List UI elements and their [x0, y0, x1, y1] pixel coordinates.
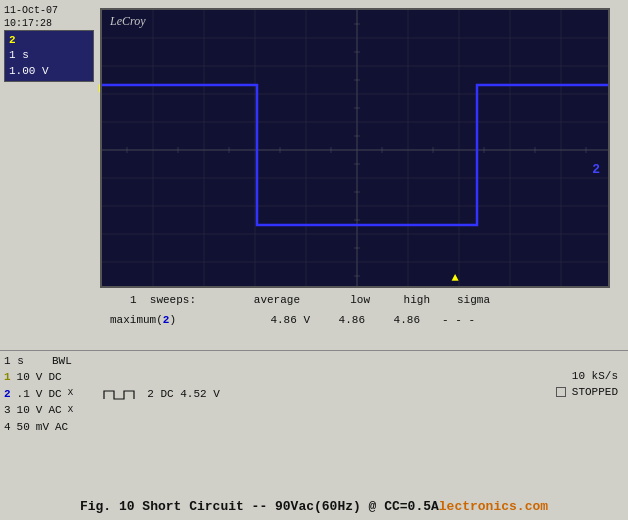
stats-high-value: 4.86 — [365, 312, 420, 330]
right-panel: 10 kS/s STOPPED — [556, 370, 618, 398]
time-per-div: 1 s — [9, 48, 89, 63]
time-label: 10:17:28 — [4, 17, 58, 30]
divider-line — [0, 350, 628, 351]
stats-function-label: maximum(2) — [110, 312, 220, 330]
ch2-sub: X — [68, 387, 73, 401]
date-label: 11-Oct-07 — [4, 4, 58, 17]
main-container: 11-Oct-07 10:17:28 2 1 s 1.00 V ▶ LeCroy — [0, 0, 628, 520]
ch3-volt: 10 — [17, 402, 30, 419]
stats-low-label: low — [300, 292, 370, 310]
sample-rate-display: 10 kS/s — [556, 370, 618, 382]
ch1-unit: V — [36, 369, 43, 386]
pulse-icon — [102, 387, 137, 401]
stats-average-value: 4.86 V — [220, 312, 310, 330]
date-time-display: 11-Oct-07 10:17:28 — [4, 4, 58, 30]
channel-info-box: 2 1 s 1.00 V — [4, 30, 94, 82]
sweep-count-label: 1 sweeps: — [130, 292, 220, 310]
time-label-bottom: 1 s — [4, 355, 44, 367]
ch4-number: 4 — [4, 419, 11, 436]
ch4-coupling: AC — [55, 419, 68, 436]
stats-area: 1 sweeps: average low high sigma maximum… — [100, 292, 610, 329]
ch2-screen-label: 2 — [592, 162, 600, 177]
stopped-indicator-box — [556, 387, 566, 397]
stats-sigma-label: sigma — [430, 292, 490, 310]
ch3-number: 3 — [4, 402, 11, 419]
ch3-sub: X — [68, 404, 73, 418]
waveform-display — [102, 10, 608, 286]
ch4-unit: mV — [36, 419, 49, 436]
bwl-header-row: 1 s BWL — [4, 355, 624, 367]
stats-sigma-value: - - - — [420, 312, 475, 330]
ch3-row: 3 10 V AC X — [4, 402, 624, 419]
brand-suffix: lectronics.com — [439, 499, 548, 514]
ch2-volt: .1 — [17, 386, 30, 403]
bottom-channel-info: 1 s BWL 1 10 V DC 2 .1 V DC X 2 DC 4.52 … — [4, 355, 624, 435]
ch4-row: 4 50 mV AC — [4, 419, 624, 436]
ch1-row: 1 10 V DC — [4, 369, 624, 386]
sweep-count-value: 1 — [130, 294, 137, 306]
figure-caption: Fig. 10 Short Circuit -- 90Vac(60Hz) @ C… — [0, 499, 628, 514]
stopped-row: STOPPED — [556, 386, 618, 398]
oscilloscope-screen: LeCroy — [100, 8, 610, 288]
stats-low-value: 4.86 — [310, 312, 365, 330]
ch2-unit: V — [36, 386, 43, 403]
volts-per-div: 1.00 V — [9, 64, 89, 79]
ch2-number: 2 — [4, 386, 11, 403]
ch4-volt: 50 — [17, 419, 30, 436]
ch3-coupling: AC — [48, 402, 61, 419]
ch2-coupling: DC — [48, 386, 61, 403]
bwl-label: BWL — [52, 355, 72, 367]
ch1-volt: 10 — [17, 369, 30, 386]
ch1-coupling: DC — [48, 369, 61, 386]
stopped-label: STOPPED — [572, 386, 618, 398]
fig-caption-text: Fig. 10 Short Circuit -- 90Vac(60Hz) @ C… — [80, 499, 439, 514]
ch3-unit: V — [36, 402, 43, 419]
stats-average-label: average — [220, 292, 300, 310]
stats-high-label: high — [370, 292, 430, 310]
trigger-marker: ▲ — [451, 271, 458, 285]
ch1-number: 1 — [4, 369, 11, 386]
channel-number: 2 — [9, 33, 89, 48]
ch2-dc-info: 2 DC 4.52 V — [147, 386, 220, 403]
ch2-row: 2 .1 V DC X 2 DC 4.52 V — [4, 386, 624, 403]
